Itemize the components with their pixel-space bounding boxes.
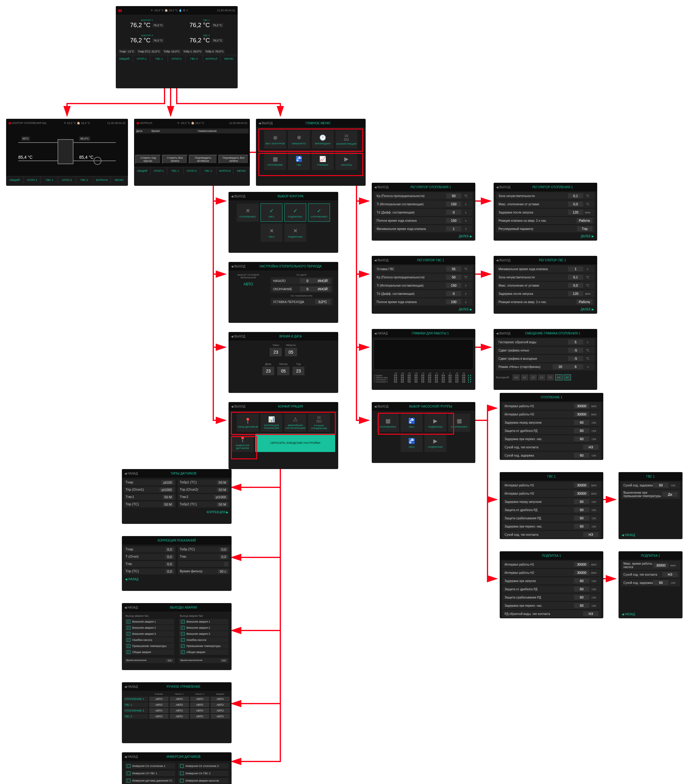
back-button[interactable]: ◀ ВЫХОД: [258, 122, 273, 125]
inversion-checkbox[interactable]: Инверсия СХ отопление 2: [178, 763, 229, 769]
vremya-panel: ◀ ВЫХОД ВРЕМЯ И ДАТА Часы23 Минуты05 Ден…: [229, 332, 338, 393]
auto-button[interactable]: АВТО: [190, 714, 210, 719]
btn-erase-cursor[interactable]: Стереть под курсор.: [135, 155, 161, 164]
param-row: Kp (Полоса пропорциональности)50°C: [374, 192, 473, 199]
nasos-panel: ◀ ВЫХОДВЫБОР НАСОСНОЙ ГРУППЫ ▦ОТОПЛЕНИЕ1…: [372, 402, 475, 463]
tile-gvs[interactable]: 🚰ГВС: [288, 152, 310, 170]
btn-confirm-all[interactable]: Подтвердить Все записи: [218, 155, 249, 164]
param-row: Сдвиг графика ночью-5°C: [496, 347, 595, 354]
param-row: Выключение при превышении температурыДа: [621, 490, 680, 499]
nav-gvs1[interactable]: ГВС 1: [150, 55, 168, 62]
alarm-checkbox[interactable]: ✓Внешняя авария 3: [125, 631, 174, 637]
alarm-checkbox[interactable]: ✓Внешняя авария 1: [179, 619, 229, 624]
tile-pumps[interactable]: ▶НАСОСЫ: [335, 152, 357, 170]
auto-button[interactable]: АВТО: [149, 702, 168, 707]
alarm-checkbox[interactable]: ✓Внешняя авария 3: [179, 631, 229, 637]
param-row: Kp (Полоса пропорциональности)50°C: [374, 273, 473, 281]
reg-otop1-panel: ◀ ВЫХОДРЕГУЛЯТОР ОТОПЛЕНИЯ 1 Kp (Полоса …: [372, 183, 475, 240]
tile-inversion[interactable]: 📍ИНВЕРСИЯ ДАТЧИКОВ: [231, 434, 254, 452]
inversion-checkbox[interactable]: Инверсия СХ ГВС 1: [125, 771, 175, 776]
param-row: Защита срабатывания РД60сек: [502, 594, 601, 601]
day-toggle[interactable]: ЧТ: [538, 374, 545, 380]
auto-button[interactable]: АВТО: [190, 702, 210, 707]
vybor-kontura-panel: ◀ ВЫХОД ВЫБОР КОНТУРА ✕ОТОПЛЕНИЕ1 ✓ГВС1 …: [229, 192, 338, 253]
tile-alarm[interactable]: ⚠АВАРИЙНАЯ СИГНАЛИЗАЦИЯ: [284, 413, 306, 432]
temp-tile-1[interactable]: КОНТУР 1 76,2 °C 76,3 °C: [118, 17, 176, 30]
auto-button[interactable]: АВТО: [149, 714, 168, 719]
param-row: Зона нечувствительности0,1°C: [496, 273, 595, 281]
svg-rect-0: [58, 140, 73, 164]
inversion-checkbox[interactable]: Инверсия аварии насосов: [178, 778, 229, 783]
tile-manual[interactable]: DIDOРУЧНОЕ УПРАВЛЕНИЕ: [308, 413, 330, 432]
nav-gvs2[interactable]: ГВС 2: [186, 55, 203, 62]
auto-button[interactable]: АВТО: [170, 708, 189, 713]
auto-button[interactable]: АВТО: [170, 697, 189, 702]
param-row: Задержка перед запуском60сек: [502, 419, 601, 426]
alarm-checkbox[interactable]: ✓Ошибка насоса: [125, 637, 174, 643]
otop-period-panel: ◀ ВЫХОД НАСТРОЙКА ОТОПИТЕЛЬНОГО ПЕРИОДА …: [229, 262, 338, 323]
day-toggle[interactable]: СР: [530, 374, 537, 380]
param-row: Сухой ход, задержка60сек: [621, 579, 680, 586]
alarm-checkbox[interactable]: ✓Внешняя авария 2: [179, 625, 229, 631]
param-row: Сухой ход, тип контактаНЗ: [502, 443, 601, 451]
scheme-panel: ▮▮ КОНТУР ОТОПЛЕНИЯ №1 ☀ 23,3 °C 🏠 18,4 …: [6, 119, 128, 186]
nav-menu[interactable]: МЕНЮ: [220, 55, 238, 62]
param-row: Задержка при перекл. нас.60сек: [502, 523, 601, 530]
journal-panel: ▮▮ ЖУРНАЛ ☀ -23,3 °C 🏠 18,4 °C 11:20 08.…: [134, 119, 250, 186]
reg-gvs1-panel: ◀ ВЫХОДРЕГУЛЯТОР ГВС 1 Уставка ГВС55°CKp…: [372, 256, 475, 314]
auto-button[interactable]: АВТО: [211, 697, 230, 702]
tile-contours[interactable]: ⊗ВКЛ. КОНТУРОВ: [264, 130, 286, 149]
inversion-checkbox[interactable]: Инверсия СХ ГВС 2: [178, 771, 229, 776]
param-row: Задержка при запуске60сек: [502, 577, 601, 585]
nav-heat1[interactable]: ОТОП.1: [133, 55, 150, 62]
btn-confirm-active[interactable]: Подтвердить активные: [189, 155, 217, 164]
inversion-checkbox[interactable]: Инверсия датчика давления ГС: [125, 778, 175, 783]
auto-button[interactable]: АВТО: [149, 708, 168, 713]
tile-heating[interactable]: ▦ОТОПЛЕНИЕ: [264, 152, 286, 170]
btn-erase-all[interactable]: Стереть Все записи: [162, 155, 187, 164]
auto-button[interactable]: АВТО: [190, 708, 210, 713]
temp-tile-3[interactable]: КОНТУР 2 76,2 °C 76,3 °C: [118, 32, 176, 46]
temp-tile-4[interactable]: ГВС 2 76,2 °C 76,3 °C: [178, 32, 235, 46]
auto-button[interactable]: АВТО: [211, 714, 230, 719]
alarm-checkbox[interactable]: ✓Общая авария: [179, 649, 229, 655]
nav-journal[interactable]: ЖУРНАЛ: [203, 55, 220, 62]
nav-general[interactable]: ОБЩИЙ: [116, 55, 133, 62]
auto-button[interactable]: АВТО: [170, 714, 189, 719]
alarm-checkbox[interactable]: ✓Ошибка насоса: [179, 637, 229, 643]
day-toggle[interactable]: ПТ: [547, 374, 554, 380]
tile-datetime[interactable]: 🕐ВРЕМЯ/ДАТА: [312, 130, 334, 149]
alarm-checkbox[interactable]: ✓Превышение температуры: [179, 643, 229, 649]
param-row: Зона нечувствительности0,1°C: [496, 192, 595, 199]
alarm-checkbox[interactable]: ✓Общая авария: [125, 649, 174, 655]
auto-button[interactable]: АВТО: [190, 697, 210, 702]
alarm-checkbox[interactable]: ✓Превышение температуры: [125, 643, 174, 649]
tile-season[interactable]: ❄ЗИМА/ЛЕТО: [288, 130, 310, 149]
alarm-checkbox[interactable]: ✓Внешняя авария 1: [125, 619, 174, 624]
reset-button[interactable]: СБРОСИТЬ ЗАВОДСКИЕ НАСТРОЙКИ: [255, 434, 335, 452]
param-row: Макс. время работы насоса30000мин: [621, 561, 680, 570]
tile-sensor-types[interactable]: 📍ТИПЫ ДАТЧИКОВ: [237, 413, 259, 432]
auto-button[interactable]: АВТО: [149, 697, 168, 702]
alarm-checkbox[interactable]: ✓Внешняя авария 2: [125, 625, 174, 631]
temp-tile-2[interactable]: ГВС 1 76,2 °C 76,3 °C: [178, 17, 235, 30]
day-toggle[interactable]: ВС: [564, 374, 571, 380]
vyhody-panel: ◀ НАЗАДВЫХОДЫ АВАРИИ Выход аварии №1 ✓Вн…: [122, 603, 231, 670]
day-toggle[interactable]: ПН: [513, 374, 520, 380]
tile-charts[interactable]: 📈ГРАФИКИ: [312, 152, 334, 170]
nav-heat2[interactable]: ОТОП.2: [168, 55, 185, 62]
auto-button[interactable]: АВТО: [170, 702, 189, 707]
konfig-panel: ◀ ВЫХОД КОНФИГУРАЦИЯ 📍ТИПЫ ДАТЧИКОВ 📊КОР…: [229, 402, 338, 469]
inversion-checkbox[interactable]: Инверсия СХ отопление 1: [125, 763, 175, 769]
tile-config[interactable]: DIDOКОНФИГУРАЦИЯ: [335, 130, 357, 149]
gvs-nasos-panel: ГВС 1 Интервал работы Н130000минИнтервал…: [500, 472, 603, 539]
day-toggle[interactable]: СБ: [555, 374, 563, 380]
auto-button[interactable]: АВТО: [211, 702, 230, 707]
auto-button[interactable]: АВТО: [211, 708, 230, 713]
tile-correction[interactable]: 📊КОРРЕКЦИЯ ПОКАЗАНИЙ: [261, 413, 282, 432]
next-button[interactable]: ДАЛЕЕ ▶: [372, 233, 475, 239]
dashboard-panel: ▮▮ ☀ -23,3 °C 🏠 18,4 °C 💧 ⚙ ⚠ 11:20 08.0…: [116, 6, 238, 88]
day-toggle[interactable]: ВТ: [521, 374, 528, 380]
korrekcia-panel: КОРРЕКЦИЯ ПОКАЗАНИЙ Тнар0,0Тобр (ТС)0,0Т…: [122, 536, 231, 591]
param-row: Минимальное время хода клапана1с: [374, 225, 473, 232]
